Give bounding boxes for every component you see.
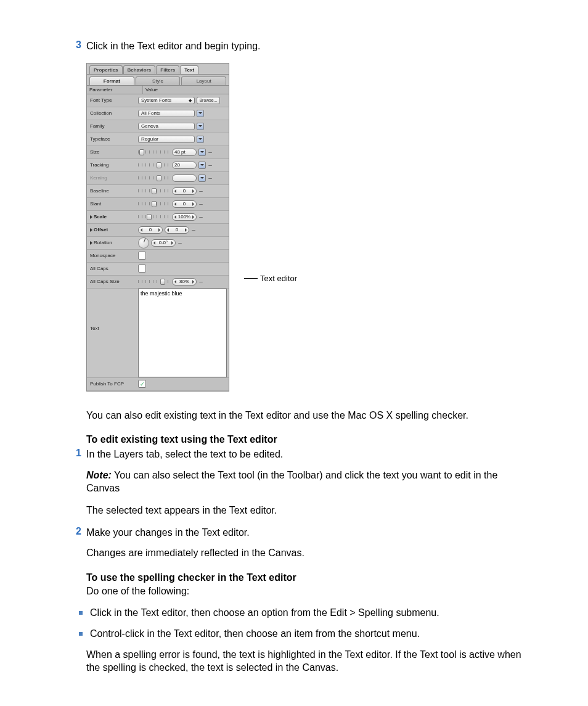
- checkbox-allcaps[interactable]: [138, 265, 146, 273]
- spin-kerning[interactable]: [172, 174, 197, 182]
- spin-offset-y-value: 0: [176, 227, 178, 232]
- row-kerning: Kerning –: [87, 172, 229, 185]
- checkbox-monospace[interactable]: [138, 252, 146, 260]
- note-text: You can also select the Text tool (in th…: [86, 470, 497, 494]
- figure-inspector: Properties Behaviors Filters Text Format…: [86, 63, 521, 392]
- checkbox-publish[interactable]: ✓: [138, 380, 146, 388]
- bullet-square-icon: [79, 611, 83, 615]
- dash-icon: –: [178, 239, 182, 246]
- text-editor-field[interactable]: the majestic blue: [138, 289, 227, 377]
- dash-icon: –: [208, 149, 213, 155]
- chevron-down-icon[interactable]: [198, 174, 206, 182]
- browse-button[interactable]: Browse...: [197, 97, 220, 104]
- spin-rotation[interactable]: 0.0°: [151, 239, 176, 247]
- dropdown-family[interactable]: Geneva: [138, 123, 195, 130]
- spin-offset-x[interactable]: 0: [138, 226, 163, 234]
- slider-size[interactable]: [138, 149, 170, 156]
- label-kerning: Kerning: [89, 175, 138, 181]
- label-allcaps-size: All Caps Size: [89, 279, 138, 284]
- bullet-1: Click in the Text editor, then choose an…: [79, 606, 521, 620]
- para-after-figure: You can also edit existing text in the T…: [86, 409, 521, 422]
- dropdown-typeface-value: Regular: [141, 136, 158, 142]
- para-spell-found: When a spelling error is found, the text…: [86, 648, 521, 675]
- dash-icon: –: [198, 200, 203, 207]
- spin-offset-y[interactable]: 0: [165, 226, 189, 234]
- dial-rotation[interactable]: [138, 237, 149, 248]
- row-collection: Collection All Fonts: [87, 107, 229, 120]
- row-slant: Slant 0 –: [87, 198, 229, 211]
- spin-size-value: 48 pt: [174, 149, 186, 155]
- chevron-down-icon[interactable]: [198, 149, 206, 156]
- callout-text-editor: Text editor: [244, 274, 297, 283]
- disclosure-triangle-icon[interactable]: [90, 241, 92, 245]
- row-size: Size 48 pt –: [87, 146, 229, 159]
- row-baseline: Baseline 0 –: [87, 185, 229, 198]
- label-slant: Slant: [89, 201, 138, 207]
- dropdown-typeface[interactable]: Regular: [138, 136, 195, 143]
- spin-baseline[interactable]: 0: [172, 187, 197, 195]
- inspector-top-tabs: Properties Behaviors Filters Text: [87, 64, 229, 75]
- spin-size[interactable]: 48 pt: [172, 149, 197, 156]
- row-typeface: Typeface Regular: [87, 133, 229, 146]
- note-label: Note:: [86, 470, 112, 480]
- slider-slant[interactable]: [138, 200, 170, 208]
- slider-allcaps-size[interactable]: [138, 278, 170, 285]
- subtab-format[interactable]: Format: [89, 76, 134, 85]
- bullet-2-text: Control-click in the Text editor, then c…: [90, 627, 521, 641]
- chevron-down-icon[interactable]: [197, 110, 204, 117]
- tab-filters[interactable]: Filters: [156, 65, 179, 74]
- spin-scale-value: 100%: [178, 214, 190, 220]
- row-rotation: Rotation 0.0° –: [87, 237, 229, 250]
- spin-allcaps-size[interactable]: 80%: [172, 278, 197, 285]
- row-monospace: Monospace: [87, 250, 229, 263]
- tab-properties[interactable]: Properties: [89, 65, 123, 74]
- row-publish: Publish To FCP ✓: [87, 378, 229, 391]
- dropdown-family-value: Geneva: [141, 123, 158, 129]
- spin-scale[interactable]: 100%: [172, 213, 197, 221]
- disclosure-triangle-icon[interactable]: [90, 228, 92, 232]
- slider-tracking[interactable]: [138, 162, 170, 169]
- inspector-sub-tabs: Format Style Layout: [87, 75, 229, 86]
- label-baseline: Baseline: [89, 188, 138, 194]
- spin-offset-x-value: 0: [149, 227, 152, 232]
- dropdown-font-type[interactable]: System Fonts ◆: [138, 97, 195, 104]
- tab-behaviors[interactable]: Behaviors: [123, 65, 156, 74]
- slider-scale[interactable]: [138, 213, 170, 221]
- row-family: Family Geneva: [87, 120, 229, 133]
- bullet-square-icon: [79, 632, 83, 636]
- label-typeface: Typeface: [89, 136, 138, 142]
- label-text: Text: [89, 289, 138, 331]
- subtab-layout[interactable]: Layout: [181, 76, 226, 85]
- slider-kerning[interactable]: [138, 174, 170, 182]
- subtab-style[interactable]: Style: [136, 76, 181, 85]
- spin-tracking[interactable]: 20: [172, 162, 197, 169]
- disclosure-triangle-icon[interactable]: [90, 215, 92, 219]
- label-monospace: Monospace: [89, 253, 138, 258]
- chevron-down-icon[interactable]: [197, 123, 204, 130]
- spin-slant[interactable]: 0: [172, 200, 197, 208]
- heading-spelling: To use the spelling checker in the Text …: [86, 572, 521, 583]
- step-3-number: 3: [67, 39, 86, 53]
- label-publish: Publish To FCP: [89, 381, 138, 387]
- note-para: Note: You can also select the Text tool …: [86, 469, 521, 495]
- tab-text[interactable]: Text: [180, 65, 198, 74]
- callout-label: Text editor: [260, 274, 297, 283]
- chevron-down-icon[interactable]: [197, 136, 204, 143]
- slider-baseline[interactable]: [138, 187, 170, 195]
- step-1b-text: In the Layers tab, select the text to be…: [86, 448, 521, 461]
- callout-leader-line: [244, 278, 258, 279]
- step-3: 3 Click in the Text editor and begin typ…: [67, 39, 521, 53]
- heading-edit-existing: To edit existing text using the Text edi…: [86, 434, 521, 445]
- label-allcaps: All Caps: [89, 266, 138, 271]
- label-scale: Scale: [89, 214, 138, 220]
- inspector-panel: Properties Behaviors Filters Text Format…: [86, 63, 229, 392]
- chevron-down-icon[interactable]: [198, 162, 206, 169]
- dropdown-collection[interactable]: All Fonts: [138, 110, 195, 117]
- row-offset: Offset 0 0 –: [87, 224, 229, 237]
- spin-slant-value: 0: [183, 201, 186, 207]
- param-header: Parameter Value: [87, 86, 229, 94]
- para-do-one: Do one of the following:: [86, 585, 521, 598]
- dash-icon: –: [208, 174, 213, 181]
- bullet-1-text: Click in the Text editor, then choose an…: [90, 606, 521, 620]
- dash-icon: –: [198, 187, 203, 194]
